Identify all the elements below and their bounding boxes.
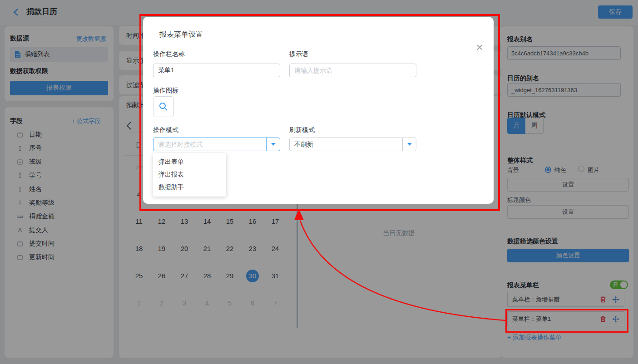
tip-input[interactable] (289, 64, 416, 77)
modal-header-divider (143, 46, 494, 46)
tip-label: 提示语 (289, 50, 308, 59)
action-name-label: 操作栏名称 (153, 50, 185, 59)
action-mode-select[interactable]: 请选择对接模式 (153, 138, 280, 151)
chevron-down-icon (271, 143, 276, 146)
refresh-mode-value: 不刷新 (290, 138, 402, 151)
dropdown-option[interactable]: 弹出表单 (153, 155, 226, 168)
modal-title: 报表菜单设置 (159, 30, 203, 39)
action-icon-button[interactable] (153, 96, 174, 117)
action-mode-label: 操作模式 (153, 126, 178, 134)
search-icon (158, 102, 168, 112)
dropdown-option[interactable]: 弹出报表 (153, 168, 226, 181)
action-icon-label: 操作图标 (153, 87, 178, 95)
close-icon[interactable]: × (473, 40, 486, 54)
dropdown-option[interactable]: 数据助手 (153, 181, 226, 193)
report-menu-settings-modal: 报表菜单设置 × 操作栏名称 提示语 操作图标 操作模式 请选择对接模式 刷新模… (143, 17, 494, 204)
action-mode-dropdown: 弹出表单 弹出报表 数据助手 (153, 153, 226, 197)
refresh-mode-label: 刷新模式 (289, 126, 315, 134)
select-arrow[interactable] (266, 138, 280, 151)
select-arrow[interactable] (402, 138, 416, 151)
chevron-down-icon (407, 143, 412, 146)
action-mode-placeholder: 请选择对接模式 (153, 138, 266, 151)
action-name-input[interactable] (153, 64, 280, 77)
refresh-mode-select[interactable]: 不刷新 (289, 138, 416, 151)
